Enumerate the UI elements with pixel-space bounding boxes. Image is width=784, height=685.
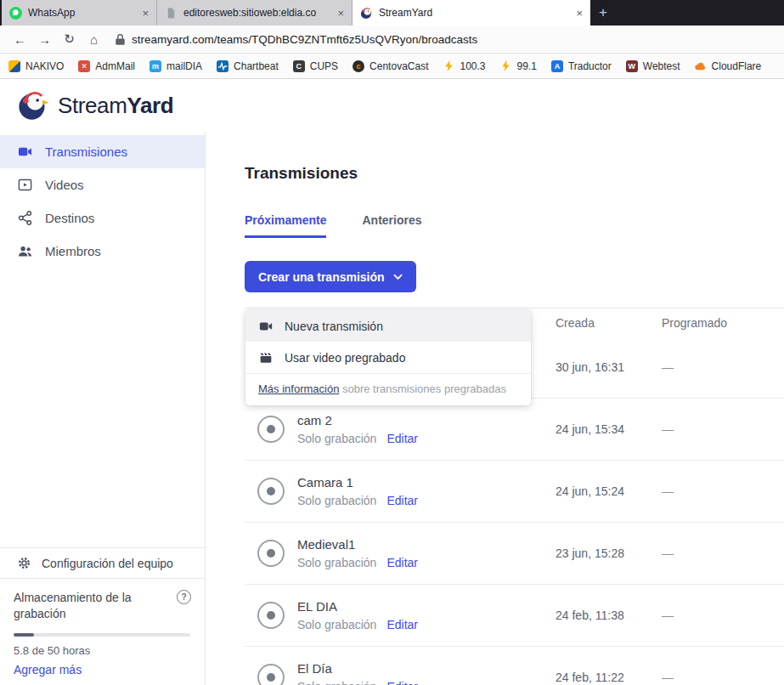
tab-title: WhatsApp xyxy=(28,7,133,19)
bookmark-maildia[interactable]: m mailDIA xyxy=(149,60,202,72)
column-programado: Programado xyxy=(662,316,784,330)
tab-anteriores[interactable]: Anteriores xyxy=(362,213,421,238)
record-icon xyxy=(257,540,285,567)
streamyard-logo-icon xyxy=(17,89,49,122)
centovacast-icon: c xyxy=(353,60,364,72)
tab-strip: WhatsApp × editoresweb:sitioweb:eldia.co… xyxy=(0,0,784,25)
reload-icon[interactable]: ↻ xyxy=(58,28,81,50)
sidebar-bottom: Configuración del equipo Almacenamiento … xyxy=(0,547,205,685)
lock-icon xyxy=(116,33,125,46)
webtest-icon: W xyxy=(626,60,638,72)
record-icon xyxy=(257,478,285,505)
maildia-icon: m xyxy=(149,60,161,72)
home-icon[interactable]: ⌂ xyxy=(82,28,105,50)
url-bar[interactable]: streamyard.com/teams/TQDhBC9ZNTmft6z5UsQ… xyxy=(116,33,776,46)
bookmark-100-3[interactable]: 100.3 xyxy=(443,60,485,72)
bolt-icon xyxy=(443,60,454,72)
admmail-icon: ✕ xyxy=(78,60,90,72)
sidebar-item-destinos[interactable]: Destinos xyxy=(0,201,205,235)
page-title: Transmisiones xyxy=(245,164,784,183)
table-row[interactable]: Camara 1 Solo grabación Editar 24 jun, 1… xyxy=(245,461,784,523)
url-text: streamyard.com/teams/TQDhBC9ZNTmft6z5UsQ… xyxy=(132,33,477,46)
chevron-down-icon xyxy=(393,274,403,280)
whatsapp-icon xyxy=(9,7,22,20)
edit-link[interactable]: Editar xyxy=(386,680,418,685)
app-header: StreamYard xyxy=(0,79,784,132)
record-icon xyxy=(257,416,285,443)
videocam-icon xyxy=(17,144,33,160)
storage-title: Almacenamiento de la grabación xyxy=(14,590,149,622)
tab-title: editoresweb:sitioweb:eldia.co xyxy=(183,7,328,19)
view-tabs: Próximamente Anteriores xyxy=(245,213,784,238)
close-icon[interactable]: × xyxy=(142,7,149,20)
table-row[interactable]: EL DIA Solo grabación Editar 24 feb, 11:… xyxy=(245,585,784,647)
video-library-icon xyxy=(17,177,33,193)
back-icon[interactable]: ← xyxy=(8,28,31,50)
people-icon xyxy=(17,243,33,259)
browser-tab-editoresweb[interactable]: editoresweb:sitioweb:eldia.co × xyxy=(157,0,353,25)
streamyard-icon xyxy=(360,7,373,20)
edit-link[interactable]: Editar xyxy=(386,556,418,569)
storage-progress-bar xyxy=(14,633,190,637)
bookmarks-bar: NAKIVO ✕ AdmMail m mailDIA Chartbeat C C… xyxy=(0,54,784,79)
table-row[interactable]: El Día Solo grabación Editar 24 feb, 11:… xyxy=(245,647,784,685)
record-icon xyxy=(257,602,285,629)
column-created: Creada xyxy=(556,316,662,330)
edit-link[interactable]: Editar xyxy=(386,618,418,631)
menu-item-video-pregrabado[interactable]: Usar video pregrabado xyxy=(245,342,531,373)
sidebar-item-videos[interactable]: Videos xyxy=(0,168,205,201)
bookmark-chartbeat[interactable]: Chartbeat xyxy=(217,60,279,72)
storage-usage-text: 5.8 de 50 horas xyxy=(14,644,191,657)
create-dropdown-menu: Nueva transmisión Usar video pregrabado … xyxy=(245,310,531,405)
page-icon xyxy=(165,7,178,20)
new-tab-button[interactable]: + xyxy=(590,0,616,25)
add-more-link[interactable]: Agregar más xyxy=(14,663,82,677)
team-settings-button[interactable]: Configuración del equipo xyxy=(0,547,205,579)
bookmark-admmail[interactable]: ✕ AdmMail xyxy=(78,60,135,72)
sidebar: Transmisiones Videos Destinos Miembros C… xyxy=(0,132,206,685)
table-row[interactable]: cam 2 Solo grabación Editar 24 jun, 15:3… xyxy=(245,399,784,461)
forward-icon[interactable]: → xyxy=(33,28,56,50)
mas-informacion-link[interactable]: Más información xyxy=(258,382,339,395)
bolt-icon xyxy=(500,60,512,72)
close-icon[interactable]: × xyxy=(576,7,583,20)
navigation-bar: ← → ↻ ⌂ streamyard.com/teams/TQDhBC9ZNTm… xyxy=(0,25,784,54)
record-icon xyxy=(257,664,285,685)
gear-icon xyxy=(17,556,31,570)
edit-link[interactable]: Editar xyxy=(386,432,418,445)
bookmark-webtest[interactable]: W Webtest xyxy=(626,60,680,72)
nakivo-icon xyxy=(8,60,20,72)
bookmark-cups[interactable]: C CUPS xyxy=(293,60,338,72)
tab-title: StreamYard xyxy=(379,7,567,19)
close-icon[interactable]: × xyxy=(337,7,344,20)
storage-progress-fill xyxy=(14,633,34,637)
cloudflare-icon xyxy=(695,60,707,72)
bookmark-traductor[interactable]: A Traductor xyxy=(551,60,612,72)
tab-proximamente[interactable]: Próximamente xyxy=(245,213,326,238)
sidebar-item-transmisiones[interactable]: Transmisiones xyxy=(0,135,205,168)
sidebar-item-miembros[interactable]: Miembros xyxy=(0,235,205,268)
videocam-icon xyxy=(258,319,274,334)
storage-panel: Almacenamiento de la grabación ? 5.8 de … xyxy=(0,579,205,685)
bookmark-99-1[interactable]: 99.1 xyxy=(500,60,537,72)
clapperboard-icon xyxy=(258,350,274,365)
translate-icon: A xyxy=(551,60,563,72)
browser-tab-whatsapp[interactable]: WhatsApp × xyxy=(2,0,157,25)
bookmark-nakivo[interactable]: NAKIVO xyxy=(8,60,64,72)
create-broadcast-button[interactable]: Crear una transmisión xyxy=(245,261,416,292)
share-icon xyxy=(17,210,33,226)
chartbeat-icon xyxy=(217,60,228,72)
menu-item-nueva-transmision[interactable]: Nueva transmisión xyxy=(245,310,531,342)
bookmark-centovacast[interactable]: c CentovaCast xyxy=(353,60,428,72)
table-row[interactable]: Medieval1 Solo grabación Editar 23 jun, … xyxy=(245,523,784,585)
cups-icon: C xyxy=(293,60,305,72)
menu-footer: Más información sobre transmisiones preg… xyxy=(245,373,531,405)
edit-link[interactable]: Editar xyxy=(386,494,418,507)
browser-tab-streamyard[interactable]: StreamYard × xyxy=(353,0,590,25)
main-content: Transmisiones Próximamente Anteriores Cr… xyxy=(206,132,784,685)
bookmark-cloudflare[interactable]: CloudFlare xyxy=(695,60,762,72)
help-icon[interactable]: ? xyxy=(177,590,191,604)
browser-window: WhatsApp × editoresweb:sitioweb:eldia.co… xyxy=(0,0,784,685)
brand-wordmark: StreamYard xyxy=(58,93,173,119)
